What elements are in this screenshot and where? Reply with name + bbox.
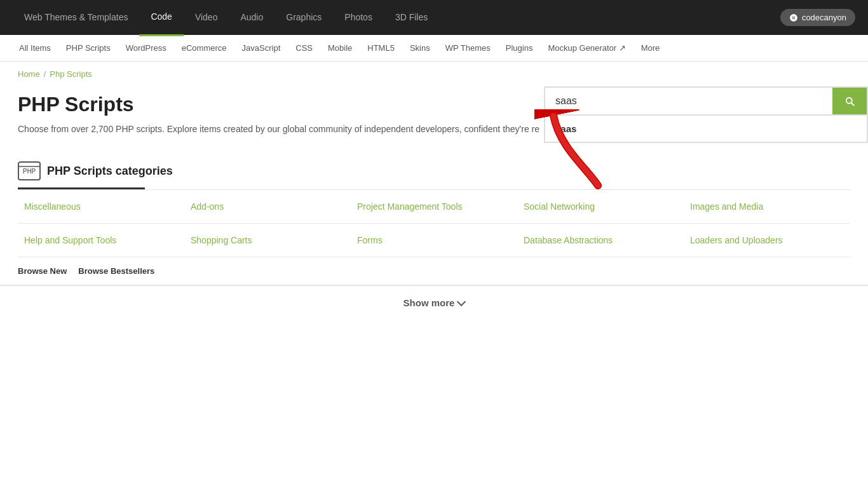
logo-text: codecanyon bbox=[802, 13, 846, 22]
search-icon bbox=[844, 95, 855, 107]
search-dropdown: saas bbox=[544, 116, 868, 143]
nav-video[interactable]: Video bbox=[184, 0, 229, 35]
svg-text:PHP: PHP bbox=[23, 168, 36, 175]
browse-bestsellers-button[interactable]: Browse Bestsellers bbox=[78, 266, 154, 276]
search-suggestion[interactable]: saas bbox=[545, 116, 867, 142]
breadcrumb-current[interactable]: Php Scripts bbox=[50, 69, 92, 79]
search-box bbox=[544, 86, 868, 116]
subnav-plugins[interactable]: Plugins bbox=[499, 35, 539, 62]
breadcrumb-home[interactable]: Home bbox=[18, 69, 40, 79]
nav-graphics[interactable]: Graphics bbox=[275, 0, 333, 35]
nav-web-themes[interactable]: Web Themes & Templates bbox=[13, 0, 139, 35]
subnav-more[interactable]: More bbox=[635, 35, 667, 62]
php-script-icon: PHP bbox=[18, 159, 41, 182]
category-miscellaneous[interactable]: Miscellaneous bbox=[18, 190, 184, 224]
subnav-javascript[interactable]: JavaScript bbox=[236, 35, 287, 62]
categories-header: PHP PHP Scripts categories bbox=[18, 159, 850, 182]
nav-3d-files[interactable]: 3D Files bbox=[384, 0, 439, 35]
show-more-button[interactable]: Show more bbox=[403, 297, 465, 308]
category-project-management[interactable]: Project Management Tools bbox=[351, 190, 517, 224]
browse-new-button[interactable]: Browse New bbox=[18, 266, 67, 276]
category-forms[interactable]: Forms bbox=[351, 224, 517, 257]
sub-navigation: All Items PHP Scripts WordPress eCommerc… bbox=[0, 35, 868, 62]
subnav-css[interactable]: CSS bbox=[289, 35, 319, 62]
nav-audio[interactable]: Audio bbox=[229, 0, 275, 35]
subnav-wordpress[interactable]: WordPress bbox=[119, 35, 173, 62]
search-overlay: saas bbox=[544, 86, 868, 143]
category-grid: Miscellaneous Add-ons Project Management… bbox=[0, 190, 868, 257]
search-button[interactable] bbox=[832, 88, 867, 114]
breadcrumb: Home / Php Scripts bbox=[0, 62, 868, 86]
logo-icon bbox=[789, 13, 798, 22]
main-content: PHP Scripts Choose from over 2,700 PHP s… bbox=[0, 86, 868, 147]
subnav-html5[interactable]: HTML5 bbox=[361, 35, 401, 62]
show-more-label: Show more bbox=[403, 297, 455, 308]
nav-code[interactable]: Code bbox=[139, 0, 183, 36]
categories-title: PHP Scripts categories bbox=[47, 165, 173, 178]
subnav-php-scripts[interactable]: PHP Scripts bbox=[60, 35, 117, 62]
category-help-support[interactable]: Help and Support Tools bbox=[18, 224, 184, 257]
top-navigation: Web Themes & Templates Code Video Audio … bbox=[0, 0, 868, 35]
chevron-down-icon bbox=[457, 297, 466, 306]
show-more-row: Show more bbox=[0, 285, 868, 320]
subnav-wp-themes[interactable]: WP Themes bbox=[439, 35, 497, 62]
subnav-mockup-generator[interactable]: Mockup Generator ↗ bbox=[541, 35, 632, 62]
breadcrumb-separator: / bbox=[44, 69, 46, 79]
subnav-ecommerce[interactable]: eCommerce bbox=[175, 35, 233, 62]
categories-section: PHP PHP Scripts categories bbox=[0, 147, 868, 189]
category-images-media[interactable]: Images and Media bbox=[684, 190, 850, 224]
category-database-abstractions[interactable]: Database Abstractions bbox=[517, 224, 684, 257]
category-shopping-carts[interactable]: Shopping Carts bbox=[184, 224, 351, 257]
category-social-networking[interactable]: Social Networking bbox=[517, 190, 684, 224]
category-loaders-uploaders[interactable]: Loaders and Uploaders bbox=[684, 224, 850, 257]
subnav-all-items[interactable]: All Items bbox=[13, 35, 57, 62]
category-addons[interactable]: Add-ons bbox=[184, 190, 351, 224]
subnav-skins[interactable]: Skins bbox=[403, 35, 437, 62]
subnav-mobile[interactable]: Mobile bbox=[322, 35, 358, 62]
codecanyon-logo: codecanyon bbox=[780, 9, 855, 26]
nav-photos[interactable]: Photos bbox=[333, 0, 384, 35]
search-input[interactable] bbox=[545, 88, 832, 114]
browse-row: Browse New Browse Bestsellers bbox=[0, 257, 868, 285]
